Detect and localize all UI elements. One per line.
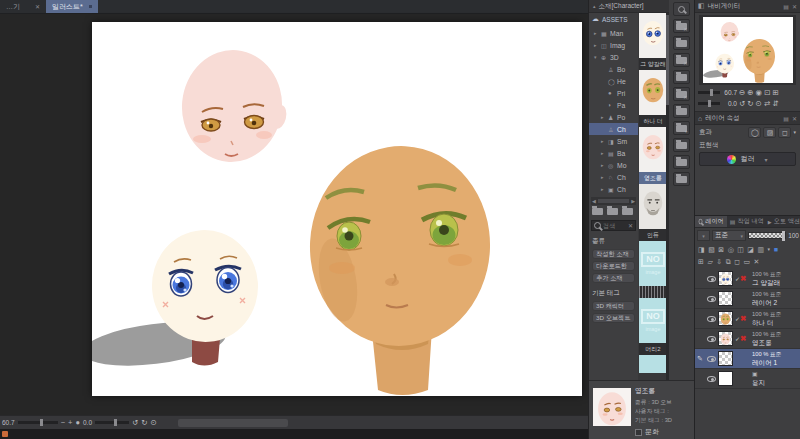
tree-item-background[interactable]: ▸▤Ba	[589, 147, 638, 159]
layer-thumbnail[interactable]	[718, 331, 733, 346]
new-raster-layer-icon[interactable]: ⊞	[698, 258, 704, 265]
tree-item-3d[interactable]: ▾⊕3D	[589, 51, 638, 63]
tree-item-head[interactable]: ◯He	[589, 75, 638, 87]
layer-row-selected[interactable]: ✎ 100 % 표준레이어 1	[695, 349, 800, 369]
expand-icon[interactable]: ▸	[601, 162, 606, 168]
combine-layer-icon[interactable]: ⧉	[726, 258, 731, 265]
actual-size-icon[interactable]: ⊞	[772, 89, 778, 97]
assets-link[interactable]: ☁ ASSETS	[589, 13, 638, 25]
opacity-slider[interactable]	[748, 232, 786, 239]
flip-vertical-icon[interactable]: ⇵	[772, 100, 778, 108]
material-search-box[interactable]: ✕	[591, 220, 636, 231]
scroll-right-icon[interactable]: ▶	[631, 198, 635, 204]
clip-to-layer-below-icon[interactable]: ◨	[698, 246, 705, 253]
tree-item-motion[interactable]: ▸◎Mo	[589, 159, 638, 171]
dock-folder-closed-icon[interactable]: ✕	[673, 53, 690, 67]
visibility-eye-icon[interactable]	[707, 376, 716, 382]
layer-row[interactable]: ✓✖ 100 % 표준그 양갈래	[695, 269, 800, 289]
dock-folder-closed-icon[interactable]: ✕	[673, 87, 690, 101]
material-item-selected[interactable]: 영조롱	[639, 127, 667, 184]
tree-item-pattern[interactable]: ◗Pa	[589, 99, 638, 111]
visibility-eye-icon[interactable]	[707, 296, 716, 302]
document-tab-active[interactable]: 일러스트*	[46, 0, 98, 13]
expand-icon[interactable]: ▸	[601, 138, 606, 144]
ruler-icon[interactable]: ◫	[737, 246, 744, 253]
tree-item-primitive[interactable]: ●Pri	[589, 87, 638, 99]
rotate-right-icon[interactable]: ↻	[747, 100, 753, 108]
navigator-preview[interactable]	[699, 15, 796, 85]
canvas-document[interactable]	[92, 22, 582, 396]
rotate-left-icon[interactable]: ↺	[132, 419, 138, 427]
layer-thumbnail[interactable]	[718, 351, 733, 366]
zoom-slider[interactable]	[698, 91, 720, 94]
create-mask-icon[interactable]: ◻	[734, 258, 740, 265]
expression-color-dropdown[interactable]: 컬러 ▾	[699, 152, 796, 166]
rotate-reset-icon[interactable]: ⊙	[151, 419, 157, 427]
tree-item-pose[interactable]: ▸♟Po	[589, 111, 638, 123]
chevron-down-icon[interactable]: ▾	[768, 247, 771, 252]
layer-row-paper[interactable]: ▣용지	[695, 369, 800, 389]
visibility-eye-icon[interactable]	[707, 336, 716, 342]
layer-thumbnail[interactable]	[718, 271, 733, 286]
material-item[interactable]: NO image 머리2	[639, 298, 667, 355]
status-zoom-slider[interactable]	[18, 421, 58, 424]
visibility-eye-icon[interactable]	[707, 276, 716, 282]
blend-mode-dropdown[interactable]: 표준 ▾	[712, 230, 746, 241]
folder-settings-icon[interactable]	[607, 208, 618, 215]
expand-icon[interactable]: ▾	[594, 54, 599, 60]
tree-item-manga[interactable]: ▸▦Man	[589, 27, 638, 39]
dock-folder-plus-icon[interactable]: +	[673, 121, 690, 135]
scroll-left-icon[interactable]: ◀	[592, 198, 596, 204]
border-effect-icon[interactable]: ◯	[748, 127, 761, 138]
panel-menu-icon[interactable]: ▤	[783, 3, 789, 10]
navigator-header[interactable]: ◧ 내비게이터 ▤ ✕	[695, 0, 800, 13]
tab-auto-action[interactable]: ▶ 오토 액션	[765, 216, 800, 227]
tab-layers[interactable]: 레이어	[695, 216, 727, 227]
draft-layer-icon[interactable]: ▥	[757, 246, 764, 253]
tree-item-body[interactable]: ♙Bo	[589, 63, 638, 75]
detail-checkbox[interactable]	[635, 429, 642, 436]
close-icon[interactable]: ✕	[35, 3, 40, 10]
material-item[interactable]: NO image	[639, 241, 667, 298]
tree-item-image[interactable]: ▸◫Imag	[589, 39, 638, 51]
chevron-down-icon[interactable]: ▾	[793, 130, 796, 135]
panel-close-icon[interactable]: ✕	[792, 3, 797, 10]
tree-horizontal-scrollbar[interactable]: ◀ ▶	[591, 197, 636, 205]
status-rotation-slider[interactable]	[95, 421, 129, 424]
visibility-eye-icon[interactable]	[707, 316, 716, 322]
expand-icon[interactable]: ▸	[594, 30, 599, 36]
tree-item-ch3[interactable]: ▸▣Ch	[589, 183, 638, 195]
dock-folder-icon[interactable]	[673, 104, 690, 118]
filter-chip-downloaded[interactable]: 다운로드한	[592, 261, 635, 271]
material-item[interactable]: 하나 더	[639, 70, 667, 127]
fit-to-window-icon[interactable]: ⊡	[764, 89, 770, 97]
taskbar-app-icon[interactable]	[2, 431, 8, 437]
layer-row[interactable]: ✓✖ 100 % 표준영조롱	[695, 329, 800, 349]
layer-row[interactable]: 100 % 표준레이어 2	[695, 289, 800, 309]
rotate-left-icon[interactable]: ↺	[739, 100, 745, 108]
extract-line-icon[interactable]: ◻	[778, 127, 791, 138]
visibility-eye-icon[interactable]	[707, 356, 716, 362]
transfer-to-layer-icon[interactable]: ⇩	[716, 258, 722, 265]
delete-layer-icon[interactable]: ✕	[754, 258, 760, 265]
reference-layer-icon[interactable]: ◪	[747, 246, 754, 253]
zoom-in-icon[interactable]: +	[68, 419, 72, 427]
delete-folder-icon[interactable]	[622, 208, 633, 215]
layer-property-header[interactable]: ⌂ 레이어 속성 ▤ ✕	[695, 112, 800, 125]
enable-mask-icon[interactable]: ◎	[728, 246, 734, 253]
expand-icon[interactable]: ▸	[601, 186, 606, 192]
layer-thumbnail[interactable]	[718, 371, 733, 386]
clear-search-icon[interactable]: ✕	[628, 222, 633, 229]
tab-history[interactable]: ▤ 작업 내역	[727, 216, 765, 227]
zoom-in-icon[interactable]: ⊕	[747, 89, 753, 97]
dock-folder-open-icon[interactable]	[673, 155, 690, 169]
dock-folder-closed-icon[interactable]: ✕	[673, 19, 690, 33]
new-folder-icon[interactable]	[592, 208, 603, 215]
lock-layer-icon[interactable]: ⊠	[718, 246, 724, 253]
canvas-viewport[interactable]	[0, 14, 588, 415]
filter-chip-additional[interactable]: 추가 소재	[592, 273, 635, 283]
collapse-icon[interactable]: ▴	[593, 3, 596, 9]
tag-chip-3d-character[interactable]: 3D 캐릭터	[592, 301, 635, 311]
material-item[interactable]: 그 양갈래	[639, 13, 667, 70]
search-input[interactable]	[603, 222, 626, 229]
